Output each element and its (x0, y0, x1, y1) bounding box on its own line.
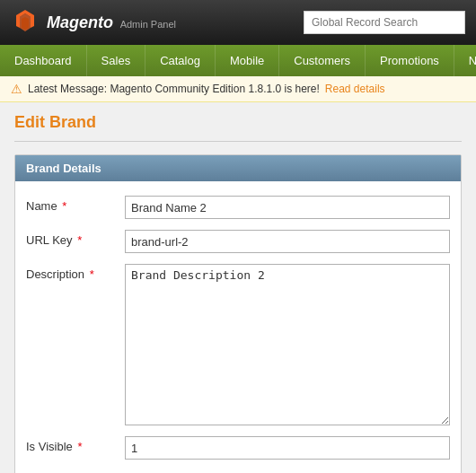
message-link[interactable]: Read details (325, 83, 385, 95)
url-key-label: URL Key * (26, 230, 125, 247)
nav-item-catalog[interactable]: Catalog (145, 45, 216, 76)
nav-item-customers[interactable]: Customers (279, 45, 366, 76)
url-key-row: URL Key * (26, 230, 450, 253)
main-content: Edit Brand Brand Details Name * URL Key … (0, 102, 476, 473)
description-label: Description * (26, 264, 125, 281)
nav-item-dashboard[interactable]: Dashboard (0, 45, 87, 76)
nav-item-promotions[interactable]: Promotions (366, 45, 454, 76)
message-text: Latest Message: Magento Community Editio… (28, 83, 320, 95)
url-key-input[interactable] (125, 230, 450, 253)
logo-subtitle: Admin Panel (120, 19, 176, 30)
svg-marker-2 (22, 17, 29, 30)
description-textarea[interactable]: Brand Description 2 (125, 264, 450, 425)
title-divider (14, 141, 462, 142)
name-required: * (59, 199, 67, 213)
description-required: * (86, 267, 94, 281)
is-visible-label: Is Visible * (26, 436, 125, 453)
warning-icon: ⚠ (11, 82, 22, 96)
logo-brand: Magento (47, 13, 113, 31)
global-search-area[interactable] (304, 11, 465, 34)
magento-logo-icon (11, 8, 40, 37)
nav-item-newsletter[interactable]: Newslet... (454, 45, 476, 76)
is-visible-required: * (75, 440, 83, 453)
brand-details-body: Name * URL Key * Description * Brand Des… (15, 181, 461, 473)
nav-item-sales[interactable]: Sales (87, 45, 146, 76)
url-key-required: * (75, 233, 83, 247)
page-title: Edit Brand (14, 113, 462, 132)
name-row: Name * (26, 196, 450, 219)
logo-text-group: Magento Admin Panel (47, 13, 176, 32)
main-nav: Dashboard Sales Catalog Mobile Customers… (0, 45, 476, 76)
message-bar: ⚠ Latest Message: Magento Community Edit… (0, 76, 476, 102)
brand-details-header: Brand Details (15, 155, 461, 181)
brand-details-section: Brand Details Name * URL Key * Descripti… (14, 154, 462, 473)
is-visible-row: Is Visible * (26, 436, 450, 460)
header: Magento Admin Panel (0, 0, 476, 45)
global-search-input[interactable] (304, 11, 465, 34)
name-input[interactable] (125, 196, 450, 219)
nav-item-mobile[interactable]: Mobile (216, 45, 279, 76)
description-row: Description * Brand Description 2 (26, 264, 450, 425)
logo-area: Magento Admin Panel (11, 8, 176, 37)
name-label: Name * (26, 196, 125, 213)
is-visible-input[interactable] (125, 436, 450, 460)
